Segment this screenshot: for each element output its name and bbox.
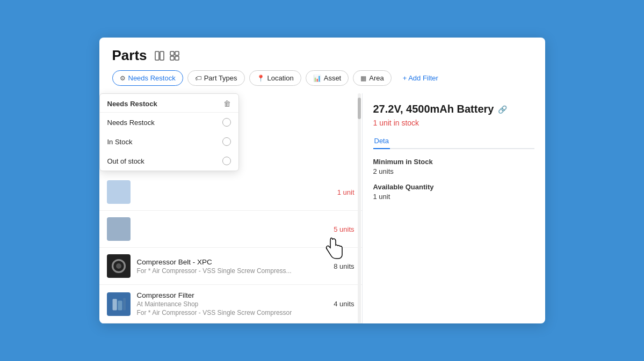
- option-out-of-stock-radio[interactable]: [222, 157, 231, 165]
- list-item[interactable]: Compressor Belt - XPC For * Air Compress…: [99, 248, 362, 285]
- item-name: Compressor Filter: [137, 291, 328, 299]
- filter-asset[interactable]: 📊 Asset: [306, 70, 349, 86]
- detail-stock-status: 1 unit in stock: [373, 119, 534, 127]
- list-scrollbar-thumb[interactable]: [358, 98, 361, 119]
- item-image: [107, 180, 131, 204]
- dropdown-trash-icon[interactable]: 🗑: [223, 99, 231, 108]
- item-sub1: At Maintenance Shop: [137, 300, 328, 308]
- app-window: Parts ⚙ Needs Restock: [99, 38, 545, 323]
- location-icon: 📍: [257, 75, 265, 82]
- item-quantity: 1 unit: [337, 188, 354, 196]
- item-sub2: For * Air Compressor - VSS Single Screw …: [137, 309, 328, 316]
- item-name: Compressor Belt - XPC: [137, 258, 328, 266]
- dropdown-header: Needs Restock 🗑: [100, 94, 238, 113]
- list-items: 1 unit 5 units: [99, 174, 362, 323]
- filter-location[interactable]: 📍 Location: [249, 70, 301, 86]
- item-quantity: 5 units: [334, 225, 354, 233]
- content-area: Needs Restock 🗑 Needs Restock In Stock O…: [99, 93, 545, 323]
- item-image: [107, 217, 131, 241]
- filter-dropdown: Needs Restock 🗑 Needs Restock In Stock O…: [99, 93, 239, 171]
- item-quantity: 8 units: [334, 262, 354, 270]
- grid-view-icon[interactable]: [169, 51, 180, 61]
- option-needs-restock-radio[interactable]: [222, 118, 231, 127]
- item-info: Compressor Filter At Maintenance Shop Fo…: [137, 291, 328, 316]
- svg-rect-5: [175, 56, 179, 60]
- header: Parts: [99, 38, 545, 64]
- filter-part-types[interactable]: 🏷 Part Types: [187, 70, 245, 86]
- option-in-stock-label: In Stock: [107, 138, 133, 146]
- option-needs-restock-label: Needs Restock: [107, 119, 155, 127]
- dropdown-title: Needs Restock: [107, 100, 157, 108]
- svg-rect-10: [123, 298, 126, 310]
- view-icons: [154, 51, 180, 61]
- svg-rect-9: [118, 300, 122, 310]
- detail-panel: 27.2V, 4500mAh Battery 🔗 1 unit in stock…: [363, 93, 545, 323]
- asset-icon: 📊: [313, 75, 321, 82]
- list-panel: Needs Restock 🗑 Needs Restock In Stock O…: [99, 93, 363, 323]
- list-item[interactable]: 1 unit: [99, 174, 362, 211]
- dropdown-option-out-of-stock[interactable]: Out of stock: [100, 151, 238, 171]
- filter-needs-restock[interactable]: ⚙ Needs Restock: [112, 70, 183, 86]
- detail-link-icon[interactable]: 🔗: [498, 105, 507, 114]
- list-item[interactable]: Compressor Filter At Maintenance Shop Fo…: [99, 285, 362, 323]
- item-quantity: 4 units: [334, 300, 354, 308]
- min-stock-value: 2 units: [373, 167, 534, 175]
- item-image: [107, 292, 131, 316]
- item-image: [107, 254, 131, 278]
- page-title: Parts: [112, 47, 147, 64]
- detail-title: 27.2V, 4500mAh Battery: [373, 103, 494, 115]
- item-info: Compressor Belt - XPC For * Air Compress…: [137, 258, 328, 275]
- needs-restock-icon: ⚙: [120, 75, 126, 82]
- columns-view-icon[interactable]: [154, 51, 165, 61]
- min-stock-label: Minimum in Stock: [373, 158, 534, 166]
- item-sub: For * Air Compressor - VSS Single Screw …: [137, 267, 328, 275]
- filters-row: ⚙ Needs Restock 🏷 Part Types 📍 Location …: [99, 64, 545, 86]
- detail-field-available-qty: Available Quantity 1 unit: [373, 183, 534, 201]
- list-scrollbar[interactable]: [358, 93, 361, 323]
- available-qty-value: 1 unit: [373, 193, 534, 201]
- detail-tabs: Deta: [373, 134, 534, 149]
- svg-rect-4: [170, 56, 174, 60]
- svg-rect-0: [155, 51, 159, 60]
- svg-rect-2: [170, 51, 174, 55]
- dropdown-option-in-stock[interactable]: In Stock: [100, 132, 238, 151]
- available-qty-label: Available Quantity: [373, 183, 534, 191]
- add-filter-button[interactable]: + Add Filter: [396, 71, 445, 85]
- svg-rect-3: [175, 51, 179, 55]
- svg-point-7: [116, 263, 121, 269]
- svg-rect-1: [160, 51, 164, 60]
- area-icon: ▦: [360, 75, 366, 82]
- detail-tab-details[interactable]: Deta: [373, 134, 390, 149]
- dropdown-option-needs-restock[interactable]: Needs Restock: [100, 113, 238, 132]
- svg-rect-8: [112, 299, 117, 310]
- option-in-stock-radio[interactable]: [222, 137, 231, 146]
- filter-area[interactable]: ▦ Area: [353, 70, 391, 86]
- list-item[interactable]: 5 units: [99, 211, 362, 248]
- part-types-icon: 🏷: [195, 75, 201, 82]
- detail-title-row: 27.2V, 4500mAh Battery 🔗: [373, 103, 534, 115]
- option-out-of-stock-label: Out of stock: [107, 157, 144, 165]
- detail-field-min-stock: Minimum in Stock 2 units: [373, 158, 534, 175]
